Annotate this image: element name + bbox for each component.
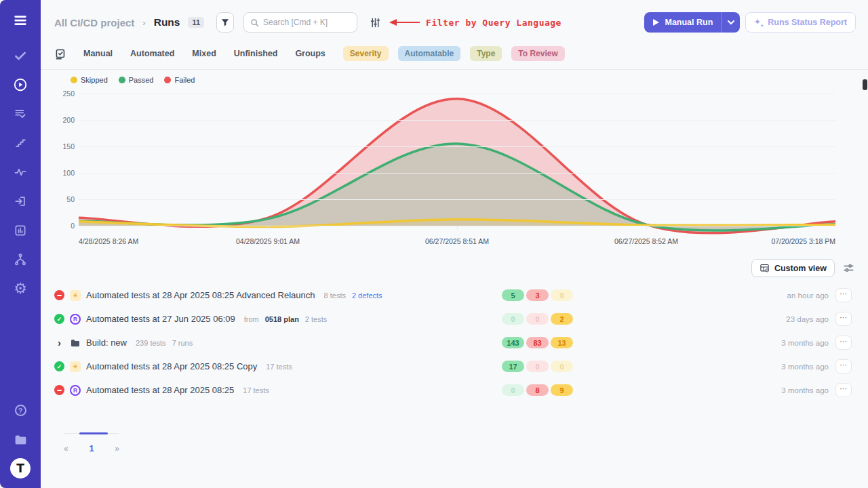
y-axis-tick: 250	[54, 89, 75, 98]
select-all-icon[interactable]	[54, 48, 66, 60]
scrollbar-thumb[interactable]	[863, 79, 867, 90]
tab-unfinished[interactable]: Unfinished	[234, 49, 278, 58]
import-icon[interactable]	[0, 186, 41, 216]
row-menu-button[interactable]: ⋯	[835, 383, 852, 397]
flaky-sparkle-icon: ✳	[70, 290, 81, 301]
manual-run-button[interactable]: Manual Run	[644, 12, 722, 33]
run-meta: 2 tests	[305, 315, 327, 323]
run-time: 3 months ago	[585, 363, 835, 371]
sparkles-icon: ✦✦	[754, 18, 763, 27]
chevron-down-icon	[728, 20, 734, 25]
manual-run-split-button: Manual Run	[644, 12, 740, 33]
run-title[interactable]: Automated tests at 28 Apr 2025 08:25	[86, 385, 234, 395]
pulse-icon[interactable]	[0, 157, 41, 186]
passed-status-icon: ✓	[54, 361, 64, 371]
x-tick-mark	[646, 226, 647, 229]
yellow-count-badge: 2	[551, 313, 573, 325]
app-logo[interactable]: T	[10, 458, 31, 479]
run-title[interactable]: Automated tests at 28 Apr 2025 08:25 Adv…	[86, 290, 315, 300]
custom-view-button[interactable]: Custom view	[751, 259, 835, 277]
table-toolbar: Custom view	[54, 259, 854, 277]
run-meta: 17 tests	[243, 386, 269, 394]
failed-status-icon	[54, 385, 64, 395]
run-meta: from	[244, 315, 259, 323]
funnel-icon	[220, 18, 230, 27]
red-count-badge: 83	[526, 337, 549, 348]
gridline	[79, 199, 835, 200]
breadcrumb-project[interactable]: All CI/CD project	[54, 17, 134, 28]
flaky-sparkle-icon: ✳	[70, 361, 81, 372]
tab-groups[interactable]: Groups	[295, 49, 325, 58]
tab-automated[interactable]: Automated	[130, 49, 174, 58]
table-row[interactable]: › Build: new 239 tests7 runs 1438313 3 m…	[54, 331, 856, 354]
pill-to-review[interactable]: To Review	[511, 46, 564, 61]
legend-item[interactable]: Failed	[164, 76, 195, 84]
legend-item[interactable]: Passed	[119, 76, 154, 84]
pagination: « 1 »	[64, 433, 119, 453]
tab-mixed[interactable]: Mixed	[192, 49, 216, 58]
sidebar: ⚙ ? T	[0, 0, 41, 488]
run-title[interactable]: Automated tests at 28 Apr 2025 08:25 Cop…	[86, 361, 257, 371]
current-page[interactable]: 1	[89, 443, 94, 453]
branches-icon[interactable]	[0, 245, 41, 274]
gridline	[79, 146, 835, 147]
query-filter-icon[interactable]	[370, 17, 381, 28]
tab-manual[interactable]: Manual	[83, 49, 113, 58]
table-gear-icon	[760, 263, 770, 273]
legend-item[interactable]: Skipped	[71, 76, 108, 84]
y-axis-tick: 50	[54, 195, 75, 203]
pill-automatable[interactable]: Automatable	[398, 46, 461, 61]
expand-chevron-icon[interactable]: ›	[54, 338, 64, 348]
run-title[interactable]: Automated tests at 27 Jun 2025 06:09	[86, 314, 235, 324]
row-menu-button[interactable]: ⋯	[835, 288, 852, 302]
x-axis-label: 06/27/2025 8:52 AM	[614, 237, 678, 245]
help-icon[interactable]: ?	[0, 396, 41, 425]
settings-icon[interactable]: ⚙	[0, 274, 41, 303]
run-meta[interactable]: 2 defects	[352, 291, 382, 300]
tests-icon[interactable]	[0, 41, 41, 70]
run-title[interactable]: Build: new	[86, 338, 127, 348]
table-row[interactable]: ✓✳ Automated tests at 28 Apr 2025 08:25 …	[54, 354, 856, 378]
run-time: 3 months ago	[585, 386, 835, 394]
search-box[interactable]	[243, 12, 357, 33]
row-menu-button[interactable]: ⋯	[835, 336, 852, 350]
filter-tabs: Manual Automated Mixed Unfinished Groups…	[41, 39, 868, 69]
row-menu-button[interactable]: ⋯	[835, 359, 852, 373]
annotation: Filter by Query Language	[389, 18, 561, 28]
table-settings-icon[interactable]	[843, 262, 854, 274]
red-count-badge: 0	[526, 313, 549, 325]
main-content: All CI/CD project › Runs 11 Filter by Qu…	[41, 0, 868, 488]
pill-type[interactable]: Type	[470, 46, 502, 61]
table-row[interactable]: ✳ Automated tests at 28 Apr 2025 08:25 A…	[54, 283, 856, 307]
green-count-badge: 17	[502, 361, 524, 372]
yellow-count-badge: 0	[551, 361, 573, 372]
next-page-button[interactable]: »	[115, 444, 119, 453]
test-plans-icon[interactable]	[0, 99, 41, 128]
filter-button[interactable]	[216, 12, 234, 33]
yellow-count-badge: 9	[551, 384, 573, 396]
search-input[interactable]	[263, 18, 344, 27]
prev-page-button[interactable]: «	[64, 444, 68, 453]
run-meta: 7 runs	[172, 339, 193, 347]
pill-severity[interactable]: Severity	[343, 46, 389, 61]
run-time: 3 months ago	[585, 339, 835, 347]
manual-run-dropdown-button[interactable]	[722, 12, 740, 33]
red-count-badge: 3	[526, 289, 549, 301]
row-menu-button[interactable]: ⋯	[835, 312, 852, 326]
y-axis-tick: 0	[54, 222, 75, 230]
steps-icon[interactable]	[0, 128, 41, 157]
runs-status-report-button[interactable]: ✦✦ Runs Status Report	[745, 12, 856, 33]
red-count-badge: 0	[526, 361, 549, 372]
annotation-text: Filter by Query Language	[426, 18, 561, 28]
projects-icon[interactable]	[0, 425, 41, 454]
runs-chart[interactable]: 250200150100500	[54, 88, 835, 235]
analytics-icon[interactable]	[0, 216, 41, 245]
yellow-count-badge: 0	[551, 289, 573, 301]
runs-icon[interactable]	[0, 70, 41, 99]
menu-icon[interactable]	[0, 0, 41, 41]
table-row[interactable]: R Automated tests at 28 Apr 2025 08:25 1…	[54, 378, 856, 402]
yellow-count-badge: 13	[551, 337, 573, 348]
green-count-badge: 0	[502, 313, 524, 325]
pagination-track	[64, 433, 119, 434]
table-row[interactable]: ✓R Automated tests at 27 Jun 2025 06:09 …	[54, 307, 856, 331]
